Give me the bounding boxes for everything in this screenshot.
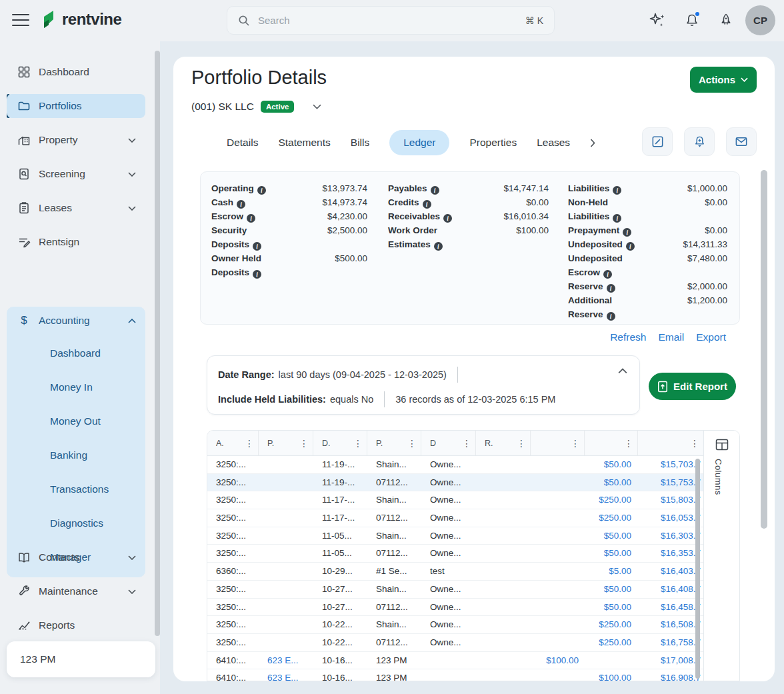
tab-details[interactable]: Details (227, 137, 258, 149)
column-menu-icon[interactable] (571, 439, 580, 448)
info-icon[interactable] (607, 284, 615, 293)
tab-statements[interactable]: Statements (278, 137, 330, 149)
info-icon[interactable] (607, 312, 615, 321)
table-row[interactable]: 6360:... 10-29... #1 Se... test $5.00 $1… (207, 563, 739, 581)
whats-new-rocket-icon[interactable] (717, 12, 735, 29)
cell-property[interactable]: 623 E... (259, 652, 313, 669)
menu-icon[interactable] (12, 14, 29, 27)
accounting-submenu-item[interactable]: Dashboard (7, 341, 145, 365)
column-menu-icon[interactable] (462, 439, 471, 448)
cell-property[interactable] (259, 527, 313, 545)
sidebar-item-reports[interactable]: Reports (7, 613, 145, 637)
info-icon[interactable] (423, 200, 431, 209)
note-button[interactable] (642, 127, 673, 156)
info-icon[interactable] (247, 214, 255, 223)
export-link[interactable]: Export (696, 331, 726, 343)
ai-sparkles-icon[interactable] (649, 12, 666, 29)
table-row[interactable]: 3250:... 11-05... 07112... Owne... $50.0… (207, 545, 739, 563)
table-row[interactable]: 6410:... 623 E... 10-16... 123 PM $100.0… (207, 652, 739, 670)
sidebar-item-screening[interactable]: Screening (7, 162, 145, 186)
tabs-overflow-chevron-icon[interactable] (590, 139, 595, 147)
column-menu-icon[interactable] (624, 439, 633, 448)
info-icon[interactable] (434, 242, 443, 251)
notifications-bell-icon[interactable] (683, 12, 701, 29)
cell-property[interactable] (259, 634, 313, 651)
column-header[interactable]: R. (476, 431, 531, 455)
cell-property[interactable] (259, 491, 313, 509)
table-row[interactable]: 6410:... 623 E... 10-16... 123 PM $100.0… (207, 669, 739, 681)
accounting-submenu-item[interactable]: Transactions (7, 477, 145, 501)
column-menu-icon[interactable] (299, 439, 309, 448)
avatar[interactable]: CP (745, 5, 775, 35)
info-icon[interactable] (237, 200, 245, 209)
report-filter-bar[interactable]: Date Range: last 90 days (09-04-2025 - 1… (207, 355, 640, 415)
column-header[interactable]: P. (259, 431, 313, 455)
sidebar-item-maintenance[interactable]: Maintenance (7, 579, 145, 603)
cell-property[interactable]: 623 E... (259, 669, 313, 681)
table-row[interactable]: 3250:... 10-22... 07112... Owne... $250.… (207, 634, 739, 652)
cell-property[interactable] (259, 456, 313, 473)
column-header[interactable]: D (421, 431, 476, 455)
actions-button[interactable]: Actions (690, 67, 757, 93)
table-row[interactable]: 3250:... 11-05... Shain... Owne... $50.0… (207, 527, 739, 545)
table-row[interactable]: 3250:... 10-22... Shain... Owne... $250.… (207, 616, 739, 634)
collapse-filters-chevron-icon[interactable] (618, 368, 627, 374)
column-header[interactable] (638, 431, 703, 455)
cell-property[interactable] (259, 563, 313, 580)
column-header[interactable] (585, 431, 638, 455)
accounting-submenu-item[interactable]: Diagnostics (7, 511, 145, 535)
edit-report-button[interactable]: Edit Report (649, 373, 736, 400)
column-header[interactable]: A. (207, 431, 259, 455)
table-row[interactable]: 3250:... 10-27... Shain... Owne... $50.0… (207, 581, 739, 599)
cell-property[interactable] (259, 581, 313, 598)
portfolio-selector[interactable]: (001) SK LLC Active (191, 101, 321, 113)
columns-panel[interactable]: Columns (703, 431, 740, 681)
column-menu-icon[interactable] (517, 439, 526, 448)
chevron-down-icon[interactable] (313, 104, 321, 109)
column-menu-icon[interactable] (690, 439, 699, 448)
global-search[interactable]: ⌘ K (227, 6, 555, 35)
sidebar-item-contacts[interactable]: Contacts (7, 545, 145, 569)
sidebar-scrollbar[interactable] (155, 51, 160, 636)
brand-logo[interactable]: rentvine (40, 9, 121, 30)
column-header[interactable]: D. (313, 431, 367, 455)
info-icon[interactable] (613, 186, 621, 195)
info-icon[interactable] (623, 228, 631, 237)
email-button[interactable] (726, 127, 757, 156)
table-row[interactable]: 3250:... 11-19-... Shain... Owne... $50.… (207, 456, 739, 474)
accounting-submenu-item[interactable]: Banking (7, 443, 145, 467)
email-link[interactable]: Email (658, 331, 684, 343)
cell-property[interactable] (259, 509, 313, 527)
cell-property[interactable] (259, 474, 313, 491)
tab-properties[interactable]: Properties (469, 137, 517, 149)
info-icon[interactable] (253, 270, 261, 279)
sidebar-item-property[interactable]: Property (7, 128, 145, 152)
table-scrollbar[interactable] (695, 459, 700, 679)
cell-property[interactable] (259, 599, 313, 616)
cell-property[interactable] (259, 545, 313, 562)
info-icon[interactable] (443, 214, 452, 223)
cell-property[interactable] (259, 616, 313, 633)
info-icon[interactable] (257, 186, 266, 195)
column-menu-icon[interactable] (245, 439, 254, 448)
sidebar-item-portfolios[interactable]: Portfolios (7, 94, 145, 118)
table-row[interactable]: 3250:... 10-27... 07112... Owne... $50.0… (207, 599, 739, 617)
tab-ledger[interactable]: Ledger (389, 130, 449, 155)
subscribe-alerts-button[interactable] (684, 127, 715, 156)
sidebar-item-accounting[interactable]: Accounting (7, 308, 145, 333)
sidebar-item-dashboard[interactable]: Dashboard (7, 60, 145, 84)
accounting-submenu-item[interactable]: Money Out (7, 409, 145, 433)
column-header[interactable] (531, 431, 585, 455)
sidebar-item-leases[interactable]: Leases (7, 196, 145, 220)
info-icon[interactable] (431, 186, 439, 195)
info-icon[interactable] (603, 270, 612, 279)
info-icon[interactable] (626, 242, 635, 251)
page-scrollbar[interactable] (761, 170, 767, 529)
accounting-submenu-item[interactable]: Money In (7, 375, 145, 399)
sidebar-item-rentsign[interactable]: Rentsign (7, 230, 145, 254)
sidebar-footer-card[interactable]: 123 PM (7, 641, 155, 677)
info-icon[interactable] (253, 242, 261, 251)
table-row[interactable]: 3250:... 11-17-... Shain... Owne... $250… (207, 491, 739, 509)
info-icon[interactable] (613, 214, 621, 223)
table-row[interactable]: 3250:... 11-19-... 07112... Owne... $50.… (207, 474, 739, 492)
